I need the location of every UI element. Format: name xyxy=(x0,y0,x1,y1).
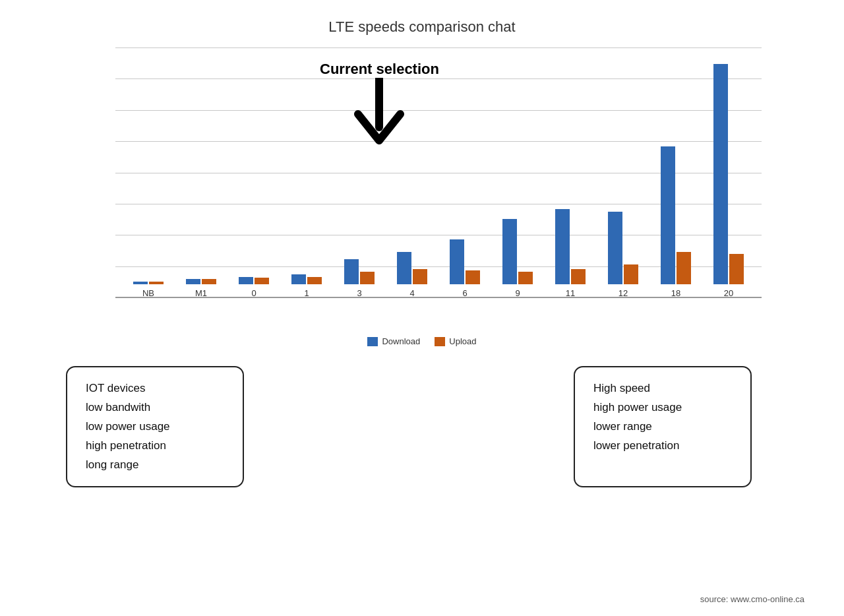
bar-x-label: M1 xyxy=(195,288,207,298)
info-box-right: High speedhigh power usagelower rangelow… xyxy=(574,366,752,487)
bars-row xyxy=(450,239,480,284)
bar-download xyxy=(608,212,622,284)
bars-row xyxy=(133,282,164,284)
bar-upload xyxy=(466,270,480,284)
bars-container: NBM101346911121820 xyxy=(115,47,762,298)
bar-download xyxy=(450,239,464,284)
bar-x-label: 1 xyxy=(304,288,309,298)
bars-row xyxy=(608,212,638,284)
legend-download: Download xyxy=(367,336,420,346)
page-container: LTE speeds comparison chat Current selec… xyxy=(0,0,844,616)
chart-title: LTE speeds comparison chat xyxy=(0,0,844,36)
bar-x-label: 12 xyxy=(618,288,628,298)
bars-row xyxy=(502,219,533,284)
info-boxes: IOT deviceslow bandwithlow power usagehi… xyxy=(53,366,791,487)
info-right-line: lower penetration xyxy=(593,437,732,456)
info-left-line: low power usage xyxy=(86,417,224,437)
bar-upload xyxy=(413,269,427,284)
legend: Download Upload xyxy=(0,336,844,346)
bar-upload xyxy=(360,272,375,284)
bar-group: 4 xyxy=(397,252,427,298)
bar-x-label: 6 xyxy=(462,288,467,298)
info-right-line: high power usage xyxy=(593,398,732,417)
bar-download xyxy=(133,282,148,284)
bar-upload xyxy=(571,269,586,284)
bars-row xyxy=(661,146,691,284)
bar-download xyxy=(397,252,411,284)
bar-upload xyxy=(518,272,533,284)
bar-group: M1 xyxy=(186,279,216,298)
bar-download xyxy=(239,277,253,284)
bar-upload xyxy=(677,252,691,284)
download-label: Download xyxy=(382,336,420,346)
bar-x-label: 18 xyxy=(671,288,680,298)
bar-download xyxy=(661,146,675,284)
bars-row xyxy=(713,64,744,284)
info-box-left: IOT deviceslow bandwithlow power usagehi… xyxy=(66,366,244,487)
chart-area: Current selection NBM101346911121820 LTE… xyxy=(76,47,768,331)
info-left-line: high penetration xyxy=(86,437,224,456)
bar-x-label: 4 xyxy=(409,288,414,298)
bar-group: 3 xyxy=(344,259,375,298)
bar-group: NB xyxy=(133,282,164,298)
bar-x-label: 20 xyxy=(724,288,733,298)
bar-group: 1 xyxy=(291,274,322,298)
bar-x-label: NB xyxy=(142,288,154,298)
bars-row xyxy=(397,252,427,284)
bar-upload xyxy=(202,279,216,284)
source-text: source: www.cmo-online.ca xyxy=(700,594,804,604)
bar-group: 12 xyxy=(608,212,638,298)
bar-download xyxy=(502,219,517,284)
bars-row xyxy=(186,279,216,284)
bar-x-label: 9 xyxy=(515,288,520,298)
bars-row xyxy=(555,209,586,284)
bar-upload xyxy=(255,278,269,284)
upload-swatch xyxy=(435,337,445,346)
bar-download xyxy=(555,209,570,284)
bars-row xyxy=(291,274,322,284)
info-left-line: long range xyxy=(86,456,224,475)
bar-group: 20 xyxy=(713,64,744,298)
bar-download xyxy=(344,259,359,284)
upload-label: Upload xyxy=(449,336,476,346)
info-right-line: High speed xyxy=(593,379,732,398)
bar-x-label: 0 xyxy=(251,288,256,298)
bar-x-label: 11 xyxy=(566,288,575,298)
bar-upload xyxy=(149,282,164,284)
bar-group: 0 xyxy=(239,277,269,298)
bar-group: 9 xyxy=(502,219,533,298)
bar-download xyxy=(291,274,306,284)
info-right-line: lower range xyxy=(593,417,732,437)
bar-x-label: 3 xyxy=(357,288,361,298)
info-left-line: low bandwith xyxy=(86,398,224,417)
download-swatch xyxy=(367,337,378,346)
bar-group: 11 xyxy=(555,209,586,298)
bar-download xyxy=(186,279,200,284)
bar-upload xyxy=(307,277,322,284)
bar-group: 18 xyxy=(661,146,691,298)
legend-upload: Upload xyxy=(435,336,476,346)
bar-upload xyxy=(729,254,744,284)
bars-row xyxy=(239,277,269,284)
bar-group: 6 xyxy=(450,239,480,298)
bar-upload xyxy=(624,264,638,284)
info-left-line: IOT devices xyxy=(86,379,224,398)
bars-row xyxy=(344,259,375,284)
bar-download xyxy=(713,64,728,284)
